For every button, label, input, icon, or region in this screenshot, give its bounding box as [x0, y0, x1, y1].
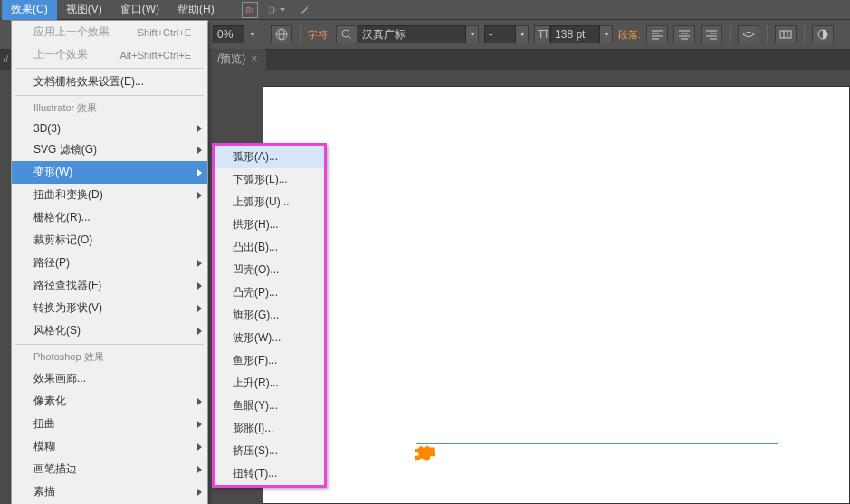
submenu-item[interactable]: 弧形(A)... [215, 146, 324, 168]
submenu-arrow-icon [197, 147, 202, 154]
document-tab[interactable]: /预览)× [208, 49, 266, 70]
submenu-item[interactable]: 上弧形(U)... [215, 191, 324, 214]
menu-item[interactable]: 路径查找器(F) [12, 274, 207, 297]
menu-item[interactable]: 效果画廊... [12, 367, 207, 390]
font-size-input[interactable] [550, 25, 600, 43]
menu-item[interactable]: 转换为形状(V) [12, 297, 207, 319]
font-family-input[interactable] [358, 25, 466, 43]
align-left-icon[interactable] [646, 25, 668, 43]
menu-item[interactable]: 素描 [12, 480, 207, 503]
align-right-icon[interactable] [701, 25, 722, 43]
photoshop-section: Photoshop 效果 [12, 347, 207, 367]
menu-effects[interactable]: 效果(C) [2, 0, 57, 20]
close-icon[interactable]: × [251, 52, 257, 65]
effects-dropdown: 应用上一个效果Shift+Ctrl+E 上一个效果Alt+Shift+Ctrl+… [11, 20, 208, 504]
opacity-icon[interactable] [812, 25, 834, 43]
illustrator-section: Illustrator 效果 [12, 98, 207, 119]
submenu-item[interactable]: 凹壳(O)... [215, 259, 324, 281]
align-center-icon[interactable] [673, 25, 695, 43]
font-style-dropdown[interactable] [516, 25, 529, 43]
submenu-arrow-icon [197, 443, 202, 451]
svg-line-7 [349, 36, 351, 39]
menu-separator [15, 68, 204, 69]
menu-item[interactable]: 路径(P) [12, 252, 207, 274]
font-dropdown[interactable] [466, 25, 479, 43]
opacity-input[interactable] [213, 25, 244, 43]
submenu-item[interactable]: 凸壳(P)... [215, 281, 324, 304]
menu-item[interactable]: 模糊 [12, 435, 207, 458]
submenu-arrow-icon [197, 466, 202, 473]
menu-item[interactable]: 3D(3) [12, 119, 207, 138]
envelope-icon[interactable] [775, 25, 797, 43]
svg-text:T: T [543, 29, 548, 40]
menu-doc-raster[interactable]: 文档栅格效果设置(E)... [12, 71, 207, 93]
svg-rect-0 [269, 7, 274, 13]
menu-item[interactable]: 扭曲 [12, 413, 207, 435]
submenu-item[interactable]: 下弧形(L)... [215, 168, 324, 191]
menu-help[interactable]: 帮助(H) [168, 0, 224, 20]
submenu-arrow-icon [197, 282, 202, 290]
text-baseline [416, 443, 778, 444]
submenu-item[interactable]: 上升(R)... [215, 372, 324, 395]
submenu-item[interactable]: 波形(W)... [215, 327, 324, 349]
svg-rect-22 [780, 31, 791, 38]
warp-icon[interactable] [738, 25, 759, 43]
submenu-item[interactable]: 挤压(S)... [215, 440, 324, 462]
submenu-item[interactable]: 扭转(T)... [215, 462, 324, 485]
char-label: 字符: [308, 28, 330, 42]
svg-text:文字: 文字 [415, 447, 434, 460]
submenu-arrow-icon [197, 169, 202, 176]
submenu-arrow-icon [197, 125, 202, 132]
rocket-icon[interactable] [296, 2, 312, 18]
menu-separator [15, 344, 204, 345]
arrange-icon[interactable] [269, 2, 285, 18]
menu-apply-last[interactable]: 应用上一个效果Shift+Ctrl+E [12, 21, 207, 43]
submenu-item[interactable]: 凸出(B)... [215, 236, 324, 259]
menu-item[interactable]: 裁剪标记(O) [12, 229, 207, 252]
menu-item[interactable]: SVG 滤镜(G) [12, 138, 207, 161]
submenu-arrow-icon [197, 305, 202, 312]
size-icon: TT [534, 25, 550, 43]
menu-item[interactable]: 变形(W) [12, 161, 207, 184]
submenu-arrow-icon [197, 260, 202, 267]
warp-submenu: 弧形(A)...下弧形(L)...上弧形(U)...拱形(H)...凸出(B).… [212, 143, 327, 488]
left-toolbar-fragment: ‹/ [0, 50, 11, 68]
menu-item[interactable]: 像素化 [12, 390, 207, 413]
font-style-input[interactable] [484, 25, 516, 43]
menubar: 效果(C) 视图(V) 窗口(W) 帮助(H) Br [0, 0, 850, 20]
submenu-arrow-icon [197, 421, 202, 428]
submenu-item[interactable]: 旗形(G)... [215, 304, 324, 327]
globe-icon[interactable] [271, 25, 292, 43]
para-label: 段落: [618, 28, 641, 42]
submenu-item[interactable]: 膨胀(I)... [215, 417, 324, 440]
menubar-icons: Br [242, 2, 312, 18]
submenu-item[interactable]: 鱼形(F)... [215, 349, 324, 372]
menu-window[interactable]: 窗口(W) [111, 0, 168, 20]
font-search-icon[interactable] [336, 25, 358, 43]
menu-separator [15, 95, 204, 96]
submenu-item[interactable]: 拱形(H)... [215, 214, 324, 236]
submenu-arrow-icon [197, 398, 202, 405]
text-object[interactable]: 文字 [416, 344, 778, 504]
menu-view[interactable]: 视图(V) [57, 0, 111, 20]
menu-item[interactable]: 风格化(S) [12, 319, 207, 342]
menu-last-effect[interactable]: 上一个效果Alt+Shift+Ctrl+E [12, 43, 207, 66]
submenu-arrow-icon [197, 192, 202, 199]
submenu-arrow-icon [197, 328, 202, 335]
menu-item[interactable]: 栅格化(R)... [12, 206, 207, 229]
menu-item[interactable]: 扭曲和变换(D) [12, 184, 207, 206]
menu-item[interactable]: 画笔描边 [12, 458, 207, 480]
svg-point-6 [342, 30, 349, 37]
font-size-dropdown[interactable] [600, 25, 613, 43]
submenu-arrow-icon [197, 489, 202, 496]
submenu-item[interactable]: 鱼眼(Y)... [215, 395, 324, 417]
bridge-icon[interactable]: Br [242, 2, 258, 18]
